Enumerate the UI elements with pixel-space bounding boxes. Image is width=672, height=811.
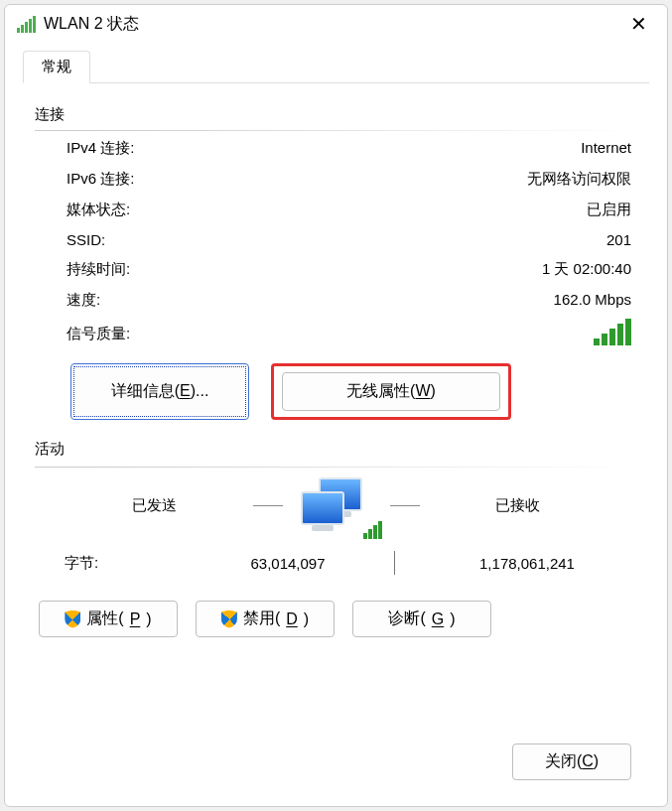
ipv6-label: IPv6 连接: [67, 170, 134, 189]
sent-label: 已发送 [70, 496, 239, 515]
titlebar: WLAN 2 状态 ✕ [5, 5, 667, 43]
media-state-label: 媒体状态: [67, 201, 130, 219]
wireless-properties-highlight: 无线属性(W) [271, 363, 511, 420]
connection-fields: IPv4 连接: Internet IPv6 连接: 无网络访问权限 媒体状态:… [35, 139, 637, 345]
diagnose-button-base: 诊断( [388, 608, 425, 629]
speed-row: 速度: 162.0 Mbps [67, 291, 631, 310]
ipv6-value: 无网络访问权限 [527, 170, 631, 189]
close-button-tail: ) [594, 752, 599, 769]
window-title: WLAN 2 状态 [44, 14, 620, 35]
ipv4-row: IPv4 连接: Internet [67, 139, 631, 158]
disable-button-hotkey: D [286, 610, 298, 628]
duration-label: 持续时间: [67, 260, 130, 279]
bytes-divider [394, 551, 395, 575]
bytes-sent-value: 63,014,097 [203, 555, 372, 572]
dash-right [390, 505, 420, 506]
disable-button-tail: ) [304, 610, 309, 628]
dialog-body: 常规 连接 IPv4 连接: Internet IPv6 连接: 无网络访问权限… [5, 43, 667, 806]
dash-left [253, 505, 283, 506]
shield-icon [65, 610, 80, 628]
close-button[interactable]: 关闭(C) [512, 743, 631, 780]
signal-row: 信号质量: [67, 322, 631, 345]
diagnose-button[interactable]: 诊断(G) [352, 601, 491, 637]
wireless-button-tail: ) [431, 382, 436, 399]
properties-button-hotkey: P [130, 610, 141, 628]
ssid-value: 201 [606, 231, 631, 248]
connection-group-label: 连接 [35, 105, 637, 124]
ipv4-value: Internet [581, 139, 631, 158]
details-button[interactable]: 详细信息(E)... [70, 363, 249, 420]
tab-content-general: 连接 IPv4 连接: Internet IPv6 连接: 无网络访问权限 媒体… [23, 83, 649, 736]
connection-buttons: 详细信息(E)... 无线属性(W) [35, 363, 637, 420]
activity-buttons: 属性(P) 禁用(D) 诊断(G) [39, 601, 637, 637]
activity-group: 活动 已发送 已接收 字节: 63,014,097 [35, 440, 637, 637]
details-button-tail: )... [191, 382, 209, 399]
properties-button[interactable]: 属性(P) [39, 601, 178, 637]
properties-button-tail: ) [146, 610, 151, 628]
activity-group-label: 活动 [35, 440, 637, 459]
speed-value: 162.0 Mbps [554, 291, 631, 310]
shield-icon [221, 610, 237, 628]
signal-label: 信号质量: [67, 325, 130, 343]
duration-value: 1 天 02:00:40 [542, 260, 631, 279]
network-monitors-icon [297, 475, 376, 535]
ipv6-row: IPv6 连接: 无网络访问权限 [67, 170, 631, 189]
ssid-row: SSID: 201 [67, 231, 631, 248]
details-button-base: 详细信息( [111, 382, 180, 399]
diagnose-button-tail: ) [450, 610, 455, 628]
recv-label: 已接收 [434, 496, 603, 515]
ipv4-label: IPv4 连接: [67, 139, 134, 158]
divider [35, 130, 637, 131]
disable-button[interactable]: 禁用(D) [196, 601, 335, 637]
wlan-status-window: WLAN 2 状态 ✕ 常规 连接 IPv4 连接: Internet IPv6… [4, 4, 668, 807]
wireless-properties-button[interactable]: 无线属性(W) [282, 372, 500, 411]
media-state-value: 已启用 [587, 201, 631, 219]
media-state-row: 媒体状态: 已启用 [67, 201, 631, 219]
dialog-footer: 关闭(C) [23, 736, 649, 794]
speed-label: 速度: [67, 291, 100, 310]
wireless-button-hotkey: W [415, 382, 430, 399]
divider [35, 467, 637, 468]
bytes-row: 字节: 63,014,097 1,178,061,241 [65, 551, 637, 575]
close-button-hotkey: C [582, 752, 594, 769]
properties-button-base: 属性( [86, 608, 123, 629]
tab-general[interactable]: 常规 [23, 51, 90, 83]
disable-button-base: 禁用( [243, 608, 280, 629]
close-icon[interactable]: ✕ [620, 8, 657, 40]
signal-bars-icon [594, 322, 631, 345]
wifi-signal-icon [17, 16, 36, 33]
activity-visual: 已发送 已接收 [35, 475, 637, 535]
tabstrip: 常规 [23, 51, 649, 83]
details-button-hotkey: E [180, 382, 191, 399]
duration-row: 持续时间: 1 天 02:00:40 [67, 260, 631, 279]
diagnose-button-hotkey: G [432, 610, 444, 628]
bytes-recv-value: 1,178,061,241 [417, 555, 637, 572]
wireless-button-base: 无线属性( [346, 382, 415, 399]
close-button-base: 关闭( [545, 752, 582, 769]
ssid-label: SSID: [67, 231, 105, 248]
bytes-label: 字节: [65, 554, 203, 573]
